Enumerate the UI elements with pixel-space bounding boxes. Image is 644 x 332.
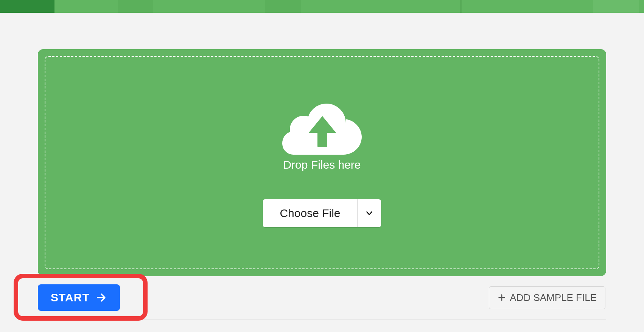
dropzone-card: Drop Files here Choose File: [38, 49, 606, 276]
start-button-label: START: [51, 291, 90, 304]
dropzone-graphic: Drop Files here: [282, 98, 362, 171]
topbar-segment: [265, 0, 301, 13]
choose-file-dropdown[interactable]: [358, 199, 381, 227]
chevron-down-icon: [365, 209, 373, 217]
page: Drop Files here Choose File START: [0, 49, 644, 320]
dropzone[interactable]: Drop Files here Choose File: [45, 56, 599, 269]
action-row: START ADD SAMPLE FILE: [38, 284, 606, 311]
plus-icon: [498, 293, 506, 302]
add-sample-file-label: ADD SAMPLE FILE: [510, 292, 597, 304]
topbar-segment: [118, 0, 153, 13]
choose-file-button[interactable]: Choose File: [263, 199, 357, 227]
dropzone-label: Drop Files here: [283, 158, 361, 171]
arrow-right-icon: [96, 292, 107, 303]
top-bar: [0, 0, 644, 13]
divider: [38, 319, 606, 320]
topbar-segment: [0, 0, 54, 13]
topbar-segment: [460, 0, 462, 13]
start-button[interactable]: START: [38, 284, 120, 311]
cloud-upload-icon: [282, 98, 362, 155]
add-sample-file-button[interactable]: ADD SAMPLE FILE: [489, 286, 605, 309]
choose-file-group: Choose File: [263, 199, 381, 227]
topbar-segment: [593, 0, 639, 13]
